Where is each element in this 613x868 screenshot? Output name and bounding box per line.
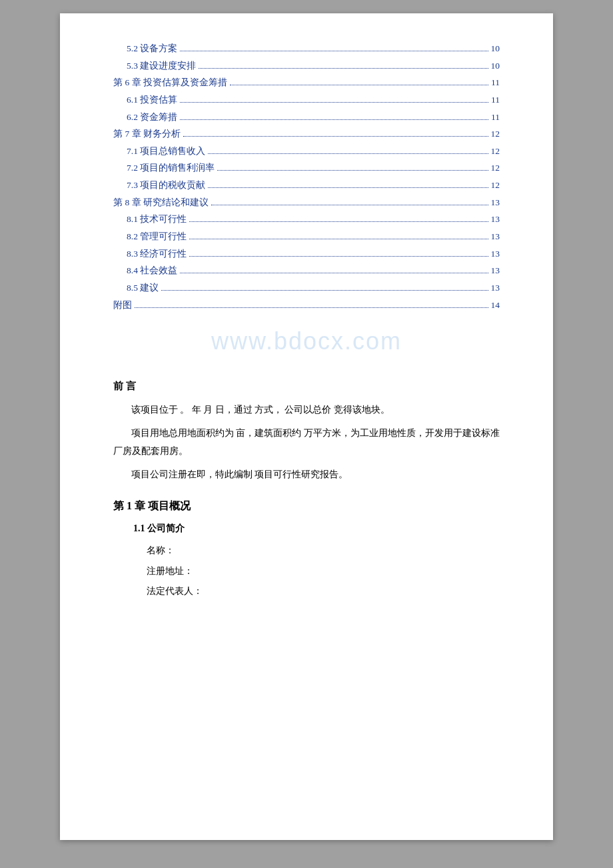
toc-section: 5.2 设备方案105.3 建设进度安排10第 6 章 投资估算及资金筹措116…	[113, 40, 500, 313]
field-line-2: 注册地址：	[113, 562, 500, 581]
toc-ch8[interactable]: 第 8 章 研究结论和建议13	[113, 194, 500, 211]
preface-title: 前 言	[113, 380, 500, 393]
toc-5-2[interactable]: 5.2 设备方案10	[113, 40, 500, 57]
document-page: www.bdocx.com 5.2 设备方案105.3 建设进度安排10第 6 …	[60, 13, 553, 840]
toc-8-5[interactable]: 8.5 建议13	[113, 279, 500, 297]
field-line-3: 法定代表人：	[113, 582, 500, 601]
toc-6-2[interactable]: 6.2 资金筹措11	[113, 109, 500, 126]
preface-paragraph-3: 项目公司注册在即，特此编制 项目可行性研究报告。	[113, 465, 500, 483]
chapter1-section: 第 1 章 项目概况 1.1 公司简介 名称：注册地址：法定代表人：	[113, 499, 500, 601]
toc-7-1[interactable]: 7.1 项目总销售收入12	[113, 143, 500, 160]
section-1-1-title: 1.1 公司简介	[113, 523, 500, 535]
toc-ch6[interactable]: 第 6 章 投资估算及资金筹措11	[113, 74, 500, 91]
toc-7-2[interactable]: 7.2 项目的销售利润率12	[113, 159, 500, 177]
toc-ch7[interactable]: 第 7 章 财务分析12	[113, 125, 500, 143]
toc-appendix[interactable]: 附图14	[113, 297, 500, 314]
toc-8-1[interactable]: 8.1 技术可行性13	[113, 211, 500, 228]
toc-8-3[interactable]: 8.3 经济可行性13	[113, 245, 500, 263]
section-divider	[113, 333, 500, 373]
toc-8-4[interactable]: 8.4 社会效益13	[113, 262, 500, 279]
preface-section: 前 言 该项目位于 。 年 月 日，通过 方式， 公司以总价 竞得该地块。项目用…	[113, 380, 500, 483]
toc-8-2[interactable]: 8.2 管理可行性13	[113, 228, 500, 245]
chapter1-title: 第 1 章 项目概况	[113, 499, 500, 513]
toc-5-3[interactable]: 5.3 建设进度安排10	[113, 57, 500, 75]
field-line-1: 名称：	[113, 541, 500, 560]
preface-paragraph-2: 项目用地总用地面积约为 亩，建筑面积约 万平方米，为工业用地性质，开发用于建设标…	[113, 424, 500, 460]
toc-7-3[interactable]: 7.3 项目的税收贡献12	[113, 177, 500, 194]
toc-6-1[interactable]: 6.1 投资估算11	[113, 91, 500, 109]
preface-paragraph-1: 该项目位于 。 年 月 日，通过 方式， 公司以总价 竞得该地块。	[113, 401, 500, 419]
